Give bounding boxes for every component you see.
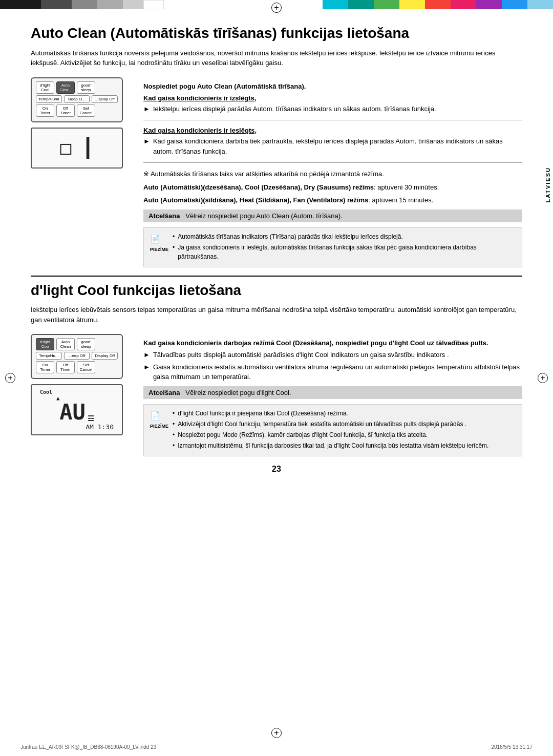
section2-cancel-label: Atcelšana xyxy=(148,389,180,396)
remote-control-1: d'lightCool AutoClea... good'sleep Temp/… xyxy=(31,77,123,122)
section2-right-col: Kad gaisa kondicionieris darbojas režīmā… xyxy=(143,334,522,456)
section1-note1: ※ Automātiskās tīrīšanas laiks var atšķi… xyxy=(143,169,522,179)
note2-icon-wrapper: 📄 PIEZĪME xyxy=(150,409,168,452)
section2-step1-header: Kad gaisa kondicionieris darbojas režīmā… xyxy=(143,339,522,347)
note-item-1-text: Automātiskās tīrīšanas indikators (Tīrīš… xyxy=(178,232,403,241)
section1-right-col: Nospiediet pogu Auto Clean (Automātiskā … xyxy=(143,77,522,267)
remote-btn-setcancel: SetCancel xyxy=(77,104,95,117)
section1-bold1: Auto (Automātiski)(dzesēšana), Cool (Dze… xyxy=(143,183,374,191)
note-content-2: • d'light Cool funkcija ir pieejama tika… xyxy=(173,409,488,452)
remote-control-2: d'lightCoo AutoClean good'sleep Temp/Hu.… xyxy=(31,334,123,379)
footer-right: 2016/5/5 13:31:17 xyxy=(491,744,533,750)
note2-item-3-text: Nospiežot pogu Mode (Režīms), kamēr darb… xyxy=(178,430,428,439)
note2-bullet-2: • xyxy=(173,419,175,429)
section1-bold1-line: Auto (Automātiski)(dzesēšana), Cool (Dze… xyxy=(143,182,522,193)
section1-content: d'lightCool AutoClea... good'sleep Temp/… xyxy=(31,77,522,267)
note-document-icon: 📄 xyxy=(150,233,168,245)
side-language-label: LATVIESU xyxy=(543,164,553,206)
section2-note-box: 📄 PIEZĪME • d'light Cool funkcija ir pie… xyxy=(143,404,522,456)
remote-btn-ontimer: OnTimer xyxy=(36,104,54,117)
piezime-label-1: PIEZĪME xyxy=(150,246,168,254)
color-bar-top xyxy=(0,0,553,9)
section1-cancel-text: Vēlreiz nospiediet pogu Auto Clean (Auto… xyxy=(185,212,342,220)
remote-btn-offtimer: OffTimer xyxy=(56,104,75,117)
remote2-btn-beep: ...eep Off xyxy=(64,352,90,360)
section2-bullet1-text: Tālvadības pults displejā automātiski pa… xyxy=(153,350,449,360)
section1-intro: Automātiskās tīrīšanas funkcija novērsīs… xyxy=(31,48,522,68)
section1-cancel-label: Atcelšana xyxy=(148,212,180,220)
section2-bullet2-text: Gaisa kondicionieris iestatīs automātisk… xyxy=(153,362,522,382)
remote2-btn-setcancel: SetCancel xyxy=(77,361,95,373)
section2-cancel-row: Atcelšana Vēlreiz nospiediet pogu d'ligh… xyxy=(143,386,522,399)
remote2-btn-display: Display Off xyxy=(92,352,118,360)
display-au-chars: AU ☲ xyxy=(59,402,94,423)
note2-bullet-3: • xyxy=(173,430,175,439)
page-number: 23 xyxy=(31,465,522,474)
section1-cancel-row: Atcelšana Vēlreiz nospiediet pogu Auto C… xyxy=(143,209,522,222)
remote2-btn-offtimer: OffTimer xyxy=(56,361,75,373)
section1-bullet2-text: Kad gaisa kondicioniera darbība tiek pār… xyxy=(153,136,522,156)
section1-bold1-rest: : aptuveni 30 minūtes. xyxy=(374,183,439,191)
section2-content: d'lightCoo AutoClean good'sleep Temp/Hu.… xyxy=(31,334,522,456)
section2-title: d'light Cool funkcijas lietošana xyxy=(31,276,522,299)
note-item-2-text: Ja gaisa kondicionieris ir ieslēgts, aut… xyxy=(178,243,516,261)
note-item-2: • Ja gaisa kondicionieris ir ieslēgts, a… xyxy=(173,243,516,261)
section1-bold2-line: Auto (Automātiski)(sildīšana), Heat (Sil… xyxy=(143,195,522,205)
remote2-btn-autoclean: AutoClean xyxy=(56,338,75,350)
section1-bullet2: ► Kad gaisa kondicioniera darbība tiek p… xyxy=(143,136,522,156)
note2-bullet-4: • xyxy=(173,441,175,450)
note2-item-4-text: Izmantojot multisistēmu, šī funkcija dar… xyxy=(178,441,488,450)
note2-item-3: • Nospiežot pogu Mode (Režīms), kamēr da… xyxy=(173,430,488,439)
note2-item-1: • d'light Cool funkcija ir pieejama tika… xyxy=(173,409,488,418)
remote2-btn-temphumi: Temp/Hu... xyxy=(36,352,62,360)
remote-btn-autoclean: AutoClea... xyxy=(56,81,75,94)
section1-note-box: 📄 PIEZĪME • Automātiskās tīrīšanas indik… xyxy=(143,227,522,267)
bullet-arrow-2: ► xyxy=(143,136,150,156)
display-cool-label: Cool xyxy=(40,389,52,395)
display-au-text: AU xyxy=(59,402,86,423)
section2-bullet1: ► Tālvadības pults displejā automātiski … xyxy=(143,350,522,360)
remote-btn-dlight: d'lightCool xyxy=(36,81,54,94)
remote2-btn-ontimer: OnTimer xyxy=(36,361,54,373)
remote2-btn-dlight: d'lightCoo xyxy=(36,338,54,350)
note2-item-2-text: Aktivizējot d'light Cool funkciju, tempe… xyxy=(178,419,466,429)
bullet-arrow-1: ► xyxy=(143,104,150,114)
footer: Junfrau EE_AR09FSFK@_IB_DB68-06190A-00_L… xyxy=(20,744,533,750)
section2-cancel-text: Vēlreiz nospiediet pogu d'light Cool. xyxy=(185,389,291,396)
bullet-arrow-3: ► xyxy=(143,350,150,360)
note-content-1: • Automātiskās tīrīšanas indikators (Tīr… xyxy=(173,232,516,263)
note-bullet-2: • xyxy=(173,243,175,261)
section1-left-col: d'lightCool AutoClea... good'sleep Temp/… xyxy=(31,77,133,267)
display-bars: ☲ xyxy=(88,415,94,422)
divider-2 xyxy=(143,162,522,163)
section2-intro: Iekštelpu ierīces iebūvētais sensors tel… xyxy=(31,305,522,325)
note2-item-2: • Aktivizējot d'light Cool funkciju, tem… xyxy=(173,419,488,429)
note2-item-1-text: d'light Cool funkcija ir pieejama tikai … xyxy=(178,409,348,418)
note-item-1: • Automātiskās tīrīšanas indikators (Tīr… xyxy=(173,232,516,241)
section1-bullet1-text: Iekštelpu ierīces displejā parādās Autom… xyxy=(153,104,436,114)
divider-1 xyxy=(143,120,522,120)
section1-bullet1: ► Iekštelpu ierīces displejā parādās Aut… xyxy=(143,104,522,114)
note2-bullet-1: • xyxy=(173,409,175,418)
section2-left-col: d'lightCoo AutoClean good'sleep Temp/Hu.… xyxy=(31,334,133,456)
section2-bullet2: ► Gaisa kondicionieris iestatīs automāti… xyxy=(143,362,522,382)
section1-bold2-rest: : aptuveni 15 minūtes. xyxy=(368,196,433,204)
registration-mark-bottom xyxy=(271,728,282,738)
note2-item-4: • Izmantojot multisistēmu, šī funkcija d… xyxy=(173,441,488,450)
note-bullet-1: • xyxy=(173,232,175,241)
bullet-arrow-4: ► xyxy=(143,362,150,382)
section1-step1-header: Nospiediet pogu Auto Clean (Automātiskā … xyxy=(143,82,522,90)
note-icon-wrapper: 📄 PIEZĪME xyxy=(150,232,168,263)
footer-left: Junfrau EE_AR09FSFK@_IB_DB68-06190A-00_L… xyxy=(20,744,156,750)
section1-subheader1: Kad gaisa kondicionieris ir izslēgts, xyxy=(143,94,522,102)
section1-title: Auto Clean (Automātiskās tīrīšanas) funk… xyxy=(31,25,522,42)
note2-document-icon: 📄 xyxy=(150,410,168,422)
piezime-label-2: PIEZĪME xyxy=(150,423,168,430)
section1-bold2: Auto (Automātiski)(sildīšana), Heat (Sil… xyxy=(143,196,368,204)
display-panel-2: Cool ▲ AU ☲ AM 1:30 xyxy=(31,384,123,435)
remote-btn-temphumi: Temp/Humi xyxy=(36,95,62,103)
remote-btn-goodsleep: good'sleep xyxy=(77,81,95,94)
section1-subheader2: Kad gaisa kondicionieris ir ieslēgts, xyxy=(143,127,522,134)
registration-mark-right xyxy=(538,373,548,383)
remote-btn-display: ...splay Off xyxy=(92,95,118,103)
